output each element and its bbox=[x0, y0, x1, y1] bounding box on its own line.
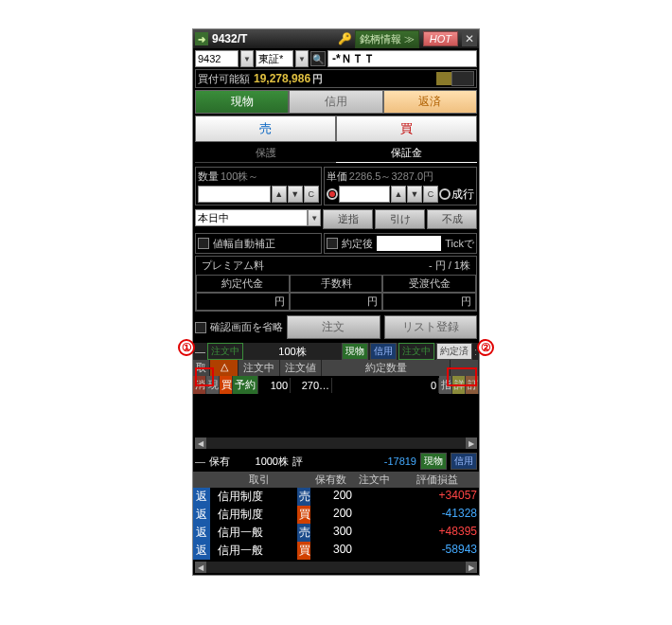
auto-adjust-label: 値幅自動補正 bbox=[213, 237, 275, 251]
price-down-button[interactable]: ▼ bbox=[407, 186, 422, 203]
radio-market[interactable] bbox=[439, 188, 451, 200]
return-button[interactable]: 返 bbox=[193, 524, 210, 542]
premium-table: プレミアム料 - 円 / 1株 約定代金 手数料 受渡代金 円 円 円 bbox=[195, 256, 477, 312]
price-up-button[interactable]: ▲ bbox=[391, 186, 406, 203]
highlight-box-2 bbox=[447, 367, 477, 386]
sub-tab-1[interactable]: 保護 bbox=[195, 144, 336, 163]
order-status: 予約 bbox=[233, 376, 258, 394]
funds-label: 買付可能額 bbox=[198, 72, 250, 86]
orders-tab-filled[interactable]: 約定済 bbox=[436, 343, 472, 360]
btn-hike[interactable]: 引け bbox=[375, 209, 425, 229]
holdings-row: 返信用一般売300+48395 bbox=[193, 524, 479, 542]
premium-val-2: 円 bbox=[290, 293, 383, 311]
qty-price-section: 数量 100株～ ▲ ▼ C 単価 2286.5～3287.0円 ▲ ▼ C bbox=[193, 165, 479, 207]
tab-genbutsu[interactable]: 現物 bbox=[195, 90, 289, 114]
price-input[interactable] bbox=[339, 186, 390, 203]
market-order-label: 成行 bbox=[451, 187, 474, 203]
hot-button[interactable]: HOT bbox=[423, 31, 458, 46]
market-dropdown-button[interactable]: ▼ bbox=[295, 50, 309, 67]
funds-value: 19,278,986円 bbox=[254, 72, 434, 86]
qty-clear-button[interactable]: C bbox=[304, 186, 319, 203]
market-select[interactable]: 東証* bbox=[256, 50, 293, 67]
btn-funari[interactable]: 不成 bbox=[427, 209, 477, 229]
order-type-buy: 買 bbox=[220, 376, 233, 394]
close-button[interactable]: ✕ bbox=[462, 31, 477, 46]
search-icon[interactable]: 🔍 bbox=[310, 51, 326, 66]
premium-val-3: 円 bbox=[382, 293, 476, 311]
qty-down-button[interactable]: ▼ bbox=[288, 186, 303, 203]
qty-input[interactable] bbox=[198, 186, 271, 203]
price-clear-button[interactable]: C bbox=[423, 186, 438, 203]
holding-pl: +34057 bbox=[398, 488, 479, 506]
code-dropdown-button[interactable]: ▼ bbox=[240, 50, 254, 67]
qty-label: 数量 bbox=[198, 170, 219, 184]
callout-1: ① bbox=[178, 339, 195, 356]
holding-pl: -58943 bbox=[398, 542, 479, 560]
holding-bs: 買 bbox=[297, 506, 310, 524]
validity-dropdown-button[interactable]: ▼ bbox=[308, 209, 321, 226]
holding-bs: 買 bbox=[297, 542, 310, 560]
holding-qty: 200 bbox=[310, 488, 354, 506]
premium-col-2: 手数料 bbox=[290, 275, 383, 293]
holding-ord bbox=[354, 506, 398, 524]
trade-type-tabs: 現物 信用 返済 bbox=[193, 88, 479, 116]
buy-sell-tabs: 売 買 bbox=[193, 116, 479, 144]
after-fill-label: 約定後 bbox=[342, 237, 373, 251]
register-list-button[interactable]: リスト登録 bbox=[384, 315, 478, 339]
holdings-tab-shinyou[interactable]: 信用 bbox=[451, 453, 477, 470]
holdings-scrollbar[interactable]: ◀▶ bbox=[195, 562, 477, 573]
skip-confirm-label: 確認画面を省略 bbox=[210, 320, 283, 334]
unit-hint: 2286.5～3287.0円 bbox=[349, 170, 433, 184]
order-filled: 0 bbox=[332, 378, 439, 393]
return-button[interactable]: 返 bbox=[193, 542, 210, 560]
tab-hensai[interactable]: 返済 bbox=[383, 90, 477, 114]
holding-qty: 300 bbox=[310, 524, 354, 542]
tab-shinyou[interactable]: 信用 bbox=[289, 90, 382, 114]
sub-tab-2[interactable]: 保証金 bbox=[336, 144, 477, 163]
qty-up-button[interactable]: ▲ bbox=[272, 186, 287, 203]
validity-select[interactable]: 本日中 bbox=[195, 209, 308, 226]
orders-scrollbar[interactable]: ◀▶ bbox=[195, 438, 477, 449]
radio-limit[interactable] bbox=[327, 188, 338, 200]
orders-tab-active[interactable]: 注文中 bbox=[398, 343, 434, 360]
holding-bs: 売 bbox=[297, 524, 310, 542]
btn-gyakushi[interactable]: 逆指 bbox=[323, 209, 373, 229]
orders-tab-genbutsu[interactable]: 現物 bbox=[342, 343, 368, 360]
after-fill-checkbox[interactable] bbox=[327, 238, 338, 249]
stock-info-button[interactable]: 銘柄情報 ≫ bbox=[355, 30, 419, 48]
tick-input[interactable] bbox=[377, 236, 441, 251]
code-select[interactable]: 9432 bbox=[195, 50, 239, 67]
stock-name-field[interactable]: -*ＮＴＴ bbox=[327, 50, 477, 67]
title-bar: ➜ 9432/T 🔑 銘柄情報 ≫ HOT ✕ bbox=[193, 29, 479, 48]
premium-col-3: 受渡代金 bbox=[382, 275, 476, 293]
holdings-row: 返信用制度売200+34057 bbox=[193, 488, 479, 506]
holding-qty: 300 bbox=[310, 542, 354, 560]
return-button[interactable]: 返 bbox=[193, 506, 210, 524]
order-qty: 100 bbox=[258, 378, 291, 393]
holding-name: 信用一般 bbox=[210, 524, 297, 542]
holdings-tab-genbutsu[interactable]: 現物 bbox=[420, 453, 447, 470]
holding-qty: 200 bbox=[310, 506, 354, 524]
holdings-header: — 保有 1000株 評 -17819 現物 信用 bbox=[193, 451, 479, 472]
holdings-table-header: 取引 保有数 注文中 評価損益 bbox=[193, 472, 479, 488]
return-button[interactable]: 返 bbox=[193, 488, 210, 506]
holdings-shares: 1000株 bbox=[234, 455, 289, 469]
orders-tab-shinyou[interactable]: 信用 bbox=[370, 343, 397, 360]
chart-icon[interactable] bbox=[451, 71, 474, 86]
holding-name: 信用一般 bbox=[210, 542, 297, 560]
tab-buy[interactable]: 買 bbox=[336, 116, 477, 142]
holding-name: 信用制度 bbox=[210, 506, 297, 524]
auto-adjust-checkbox[interactable] bbox=[198, 238, 209, 249]
options-section: 値幅自動補正 約定後 Tickで bbox=[193, 231, 479, 256]
warning-icon[interactable] bbox=[436, 72, 451, 85]
submit-order-button[interactable]: 注文 bbox=[287, 315, 380, 339]
tab-sell[interactable]: 売 bbox=[195, 116, 336, 142]
holdings-label: 保有 bbox=[209, 455, 230, 469]
holdings-eval-label: 評 bbox=[292, 455, 303, 469]
holdings-row: 返信用一般買300-58943 bbox=[193, 542, 479, 560]
holding-ord bbox=[354, 524, 398, 542]
skip-confirm-checkbox[interactable] bbox=[195, 322, 206, 333]
holding-pl: +48395 bbox=[398, 524, 479, 542]
validity-section: 本日中 ▼ 逆指 引け 不成 bbox=[193, 207, 479, 231]
premium-col-1: 約定代金 bbox=[196, 275, 290, 293]
